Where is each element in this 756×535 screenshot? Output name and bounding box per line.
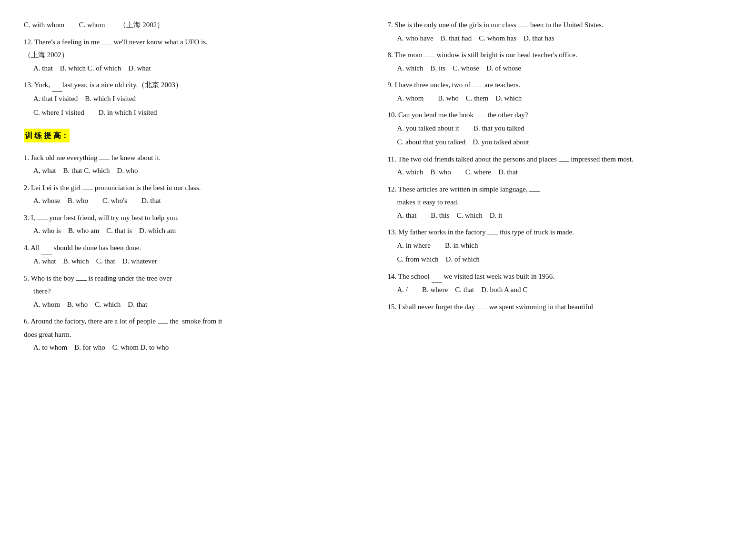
left-q-6: 6. Around the factory, there are a lot o… bbox=[24, 315, 369, 354]
right-q-8-options: A. which B. its C. whose D. of whose bbox=[388, 62, 733, 75]
right-q-14-options: A. / B. where C. that D. both A and C bbox=[388, 284, 733, 296]
left-q-2: 2. Lei Lei is the girl pronunciation is … bbox=[24, 182, 369, 207]
blank bbox=[424, 57, 435, 57]
blank bbox=[559, 161, 569, 162]
left-q-6-options: A. to whom B. for who C. whom D. to who bbox=[24, 342, 369, 354]
right-q-11-text: 11. The two old friends talked about the… bbox=[388, 153, 733, 166]
section-title-block: 训 练 提 高： bbox=[24, 124, 369, 147]
right-q-9-options: A. whom B. who C. them D. which bbox=[388, 92, 733, 105]
left-q-12-text: 12. There's a feeling in me we'll never … bbox=[24, 36, 369, 49]
right-q-12-text2: makes it easy to read. bbox=[388, 196, 733, 209]
left-q-6-text: 6. Around the factory, there are a lot o… bbox=[24, 315, 369, 328]
left-q-3-text: 3. I, your best friend, will try my best… bbox=[24, 212, 369, 224]
left-q-5-there: there? bbox=[24, 285, 369, 298]
right-q-10-text: 10. Can you lend me the book the other d… bbox=[388, 109, 733, 121]
blank bbox=[529, 191, 540, 192]
right-q-8-text: 8. The room window is still bright is ou… bbox=[388, 49, 733, 61]
right-q-12-text: 12. These articles are written in simple… bbox=[388, 183, 733, 196]
blank bbox=[475, 117, 486, 117]
left-q-c1: C. with whom C. whom （上海 2002） bbox=[24, 19, 369, 31]
right-q-15-text: 15. I shall never forget the day we spen… bbox=[388, 301, 733, 313]
right-q-11: 11. The two old friends talked about the… bbox=[388, 153, 733, 179]
right-q-14-text: 14. The school we visited last week was … bbox=[388, 271, 733, 283]
right-q-7-text: 7. She is the only one of the girls in o… bbox=[388, 19, 733, 31]
left-q-12: 12. There's a feeling in me we'll never … bbox=[24, 36, 369, 75]
left-q-2-options: A. whose B. who C. who's D. that bbox=[24, 195, 369, 207]
left-q-13-options-ab: A. that I visited B. which I visited bbox=[24, 93, 369, 105]
left-q-13: 13. York, last year, is a nice old city.… bbox=[24, 79, 369, 119]
blank bbox=[76, 280, 87, 281]
blank bbox=[158, 323, 168, 323]
right-q-13-text: 13. My father works in the factory this … bbox=[388, 226, 733, 239]
left-column: C. with whom C. whom （上海 2002） 12. There… bbox=[24, 19, 369, 359]
blank bbox=[101, 44, 112, 44]
left-q-5-text: 5. Who is the boy is reading under the t… bbox=[24, 273, 369, 285]
section-title: 训 练 提 高： bbox=[24, 129, 70, 142]
left-q-5-options: A. whom B. who C. which D. that bbox=[24, 299, 369, 311]
right-q-12: 12. These articles are written in simple… bbox=[388, 183, 733, 222]
left-q-1-options: A, what B. that C. which D. who bbox=[24, 165, 369, 177]
blank bbox=[52, 79, 62, 92]
right-q-9: 9. I have three uncles, two of are teach… bbox=[388, 79, 733, 104]
right-q-13-options-cd: C. from which D. of which bbox=[388, 253, 733, 266]
right-q-14: 14. The school we visited last week was … bbox=[388, 271, 733, 296]
right-q-10-options-ab: A. you talked about it B. that you talke… bbox=[388, 122, 733, 135]
left-q-6-text2: does great harm. bbox=[24, 329, 369, 341]
right-q-8: 8. The room window is still bright is ou… bbox=[388, 49, 733, 74]
right-column: 7. She is the only one of the girls in o… bbox=[388, 19, 733, 359]
left-q-13-options-cd: C. where I visited D. in which I visited bbox=[24, 107, 369, 119]
page: C. with whom C. whom （上海 2002） 12. There… bbox=[24, 19, 732, 359]
left-q-12-sub: （上海 2002） bbox=[24, 49, 369, 61]
left-q-4: 4. All should be done has been done. A. … bbox=[24, 242, 369, 268]
right-q-9-text: 9. I have three uncles, two of are teach… bbox=[388, 79, 733, 91]
right-q-10: 10. Can you lend me the book the other d… bbox=[388, 109, 733, 149]
left-q-1-text: 1. Jack old me everything he knew about … bbox=[24, 152, 369, 164]
left-q-1: 1. Jack old me everything he knew about … bbox=[24, 152, 369, 177]
blank bbox=[487, 234, 498, 234]
right-q-11-options: A. which B. who C. where D. that bbox=[388, 166, 733, 179]
left-q-13-text: 13. York, last year, is a nice old city.… bbox=[24, 79, 369, 92]
blank bbox=[37, 220, 48, 220]
left-q-4-text: 4. All should be done has been done. bbox=[24, 242, 369, 255]
left-q-12-options: A. that B. which C. of which D. what bbox=[24, 62, 369, 75]
right-q-10-options-cd: C. about that you talked D. you talked a… bbox=[388, 136, 733, 149]
right-q-7: 7. She is the only one of the girls in o… bbox=[388, 19, 733, 44]
blank bbox=[82, 190, 93, 190]
blank bbox=[472, 87, 483, 87]
right-q-15: 15. I shall never forget the day we spen… bbox=[388, 301, 733, 313]
left-q-c1-text: C. with whom C. whom （上海 2002） bbox=[24, 19, 369, 31]
blank bbox=[477, 309, 487, 309]
right-q-13: 13. My father works in the factory this … bbox=[388, 226, 733, 266]
blank bbox=[99, 160, 110, 160]
left-q-3-options: A. who is B. who am C. that is D. which … bbox=[24, 225, 369, 237]
blank bbox=[432, 271, 442, 283]
right-q-12-options: A. that B. this C. which D. it bbox=[388, 210, 733, 222]
blank bbox=[518, 27, 528, 27]
left-q-3: 3. I, your best friend, will try my best… bbox=[24, 212, 369, 237]
blank bbox=[41, 242, 52, 255]
right-q-7-options: A. who have B. that had C. whom has D. t… bbox=[388, 32, 733, 45]
left-q-2-text: 2. Lei Lei is the girl pronunciation is … bbox=[24, 182, 369, 194]
left-q-4-options: A. what B. which C. that D. whatever bbox=[24, 255, 369, 268]
left-q-5: 5. Who is the boy is reading under the t… bbox=[24, 273, 369, 311]
right-q-13-options-ab: A. in where B. in which bbox=[388, 240, 733, 252]
